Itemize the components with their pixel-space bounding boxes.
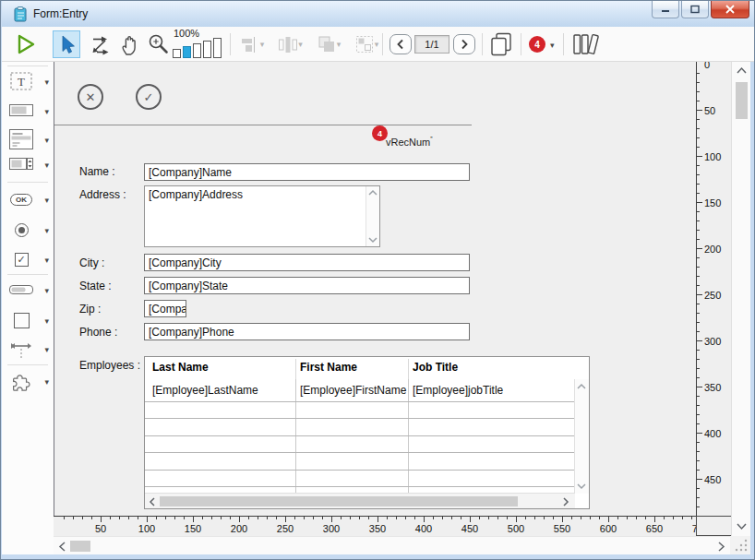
address-scrollbar[interactable] <box>366 186 379 246</box>
scroll-left-icon[interactable] <box>58 542 66 552</box>
zoom-bar-2-selected[interactable] <box>183 46 191 58</box>
scroll-down-icon[interactable] <box>368 236 378 244</box>
text-tool[interactable]: T ▾ <box>2 67 54 95</box>
application-window: Form:Entry <box>0 0 755 560</box>
checkbox-icon: ✓ <box>6 245 37 273</box>
zoom-bar-1[interactable] <box>173 49 181 58</box>
close-button[interactable] <box>711 1 749 18</box>
svg-text:T: T <box>18 75 25 89</box>
column-header-lastname[interactable]: Last Name <box>152 361 209 374</box>
input-tool-icon <box>6 97 37 125</box>
employees-table[interactable]: Last Name First Name Job Title [Employee… <box>144 356 590 509</box>
splitter-tool-caret-icon[interactable]: ▾ <box>44 345 49 354</box>
form-canvas[interactable]: ✕ ✓ 4 vRecNum” Name : [Company]Name Addr… <box>54 62 696 516</box>
column-divider <box>295 379 296 494</box>
minimize-button[interactable] <box>652 1 679 18</box>
cell-lastname[interactable]: [Employee]LastName <box>152 384 258 397</box>
titlebar[interactable]: Form:Entry <box>2 1 755 27</box>
button-tool-caret-icon[interactable]: ▾ <box>44 196 49 205</box>
previous-page-button[interactable] <box>389 34 412 54</box>
table-vertical-scrollbar[interactable] <box>574 379 589 494</box>
object-tool-palette: T ▾ ▾ ▾ ▾ OK ▾ <box>2 62 54 554</box>
checkbox-tool-caret-icon[interactable]: ▾ <box>44 256 49 265</box>
splitter-tool[interactable]: ▾ <box>2 335 54 363</box>
scroll-right-icon[interactable] <box>717 542 725 552</box>
plugin-tool-caret-icon[interactable]: ▾ <box>44 377 49 387</box>
table-horizontal-scrollbar[interactable] <box>145 493 575 508</box>
state-label: State : <box>79 280 112 292</box>
text-tool-caret-icon[interactable]: ▾ <box>44 77 49 87</box>
vertical-scrollbar[interactable] <box>731 62 750 536</box>
input-tool[interactable]: ▾ <box>2 97 54 125</box>
zip-field[interactable]: [Company]Zip <box>144 300 186 317</box>
maximize-icon <box>689 5 701 14</box>
stepper-tool[interactable]: ▾ <box>2 150 54 178</box>
radio-button-icon <box>6 216 37 244</box>
scroll-up-icon[interactable] <box>368 189 378 197</box>
cell-firstname[interactable]: [Employee]FirstName <box>300 384 406 397</box>
column-header-jobtitle[interactable]: Job Title <box>413 361 458 374</box>
rectangle-tool-caret-icon[interactable]: ▾ <box>44 316 49 326</box>
listbox-tool-caret-icon[interactable]: ▾ <box>44 136 49 145</box>
stepper-tool-icon <box>6 150 37 178</box>
form-properties-caret-icon[interactable]: ▾ <box>550 41 555 50</box>
layers-icon <box>317 34 337 54</box>
cancel-button-object[interactable]: ✕ <box>78 84 103 110</box>
toolbar-separator <box>521 33 521 55</box>
distribute-button: ▾ <box>273 30 306 58</box>
plugin-tool[interactable]: ▾ <box>2 367 54 395</box>
form-separator-line[interactable] <box>54 125 472 125</box>
scroll-up-icon[interactable] <box>577 383 586 390</box>
run-form-button[interactable] <box>11 30 39 58</box>
radio-tool[interactable]: ▾ <box>2 216 54 244</box>
rectangle-tool[interactable]: ▾ <box>2 306 54 334</box>
toolbar: 100% ▾ ▾ ▾ <box>2 27 755 62</box>
puzzle-piece-icon <box>6 367 37 395</box>
column-header-firstname[interactable]: First Name <box>300 361 357 374</box>
zoom-tool-button[interactable] <box>144 30 172 58</box>
zoom-bar-4[interactable] <box>203 41 211 58</box>
next-page-button[interactable] <box>453 34 475 54</box>
checkbox-tool[interactable]: ✓ ▾ <box>2 245 54 273</box>
stepper-tool-caret-icon[interactable]: ▾ <box>44 161 49 170</box>
resize-grip[interactable] <box>730 536 750 554</box>
accept-button-object[interactable]: ✓ <box>136 84 162 110</box>
zoom-bar-5[interactable] <box>213 38 222 58</box>
horizontal-scrollbar-thumb[interactable] <box>70 541 90 552</box>
form-properties-button[interactable]: 4 <box>529 36 545 53</box>
ruler-horizontal: 5010015020025030035040045050055060065070… <box>54 516 696 536</box>
button-tool[interactable]: OK ▾ <box>2 185 54 213</box>
hand-tool-button[interactable] <box>115 30 143 58</box>
table-scrollbar-thumb[interactable] <box>160 496 518 506</box>
address-field[interactable]: [Company]Address <box>144 185 380 247</box>
listbox-tool[interactable]: ▾ <box>2 125 54 153</box>
progress-tool-caret-icon[interactable]: ▾ <box>44 286 49 295</box>
close-icon <box>725 5 736 14</box>
maximize-button[interactable] <box>681 1 709 18</box>
progress-tool[interactable]: ▾ <box>2 276 54 304</box>
input-tool-caret-icon[interactable]: ▾ <box>44 107 49 116</box>
brand-4d-icon: 4 <box>534 40 540 50</box>
ruler-vertical: 050100150200250300350400450 <box>696 62 731 516</box>
city-field[interactable]: [Company]City <box>144 254 470 271</box>
phone-field[interactable]: [Company]Phone <box>144 323 470 340</box>
zoom-bar-3[interactable] <box>193 43 201 58</box>
state-field[interactable]: [Company]State <box>144 277 470 294</box>
radio-tool-caret-icon[interactable]: ▾ <box>44 226 49 235</box>
scroll-down-icon[interactable] <box>577 483 586 490</box>
layer-button: ▾ <box>312 30 345 58</box>
scroll-down-icon[interactable] <box>737 522 747 530</box>
name-field[interactable]: [Company]Name <box>144 163 470 181</box>
pages-button[interactable] <box>487 30 515 58</box>
cell-jobtitle[interactable]: [Employee]jobTitle <box>413 384 503 397</box>
entry-order-tool-button[interactable] <box>86 30 114 58</box>
recnum-variable-label[interactable]: vRecNum” <box>386 136 433 148</box>
vertical-scrollbar-thumb[interactable] <box>736 82 748 119</box>
library-button[interactable] <box>569 30 603 58</box>
scroll-left-icon[interactable] <box>149 497 156 506</box>
zoom-level-control[interactable]: 100% <box>172 28 223 61</box>
scroll-up-icon[interactable] <box>737 66 747 75</box>
horizontal-scrollbar[interactable] <box>54 536 730 554</box>
select-tool-button[interactable] <box>53 30 80 58</box>
scroll-right-icon[interactable] <box>562 497 569 506</box>
